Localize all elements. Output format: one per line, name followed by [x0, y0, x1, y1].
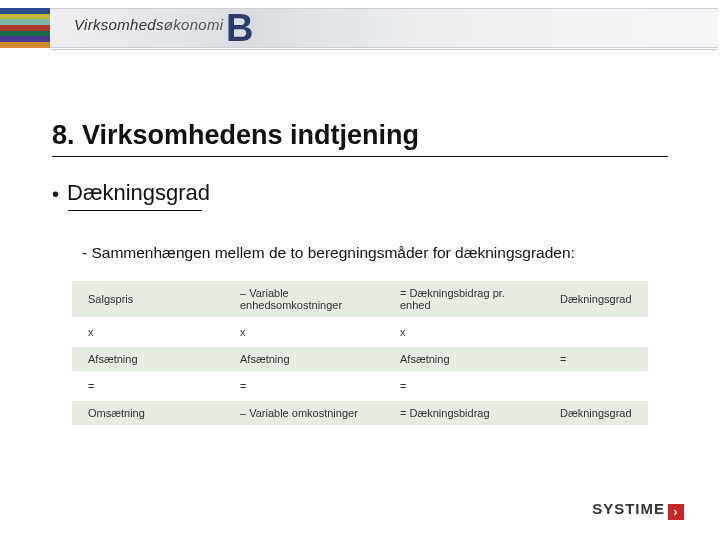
cell: =	[72, 374, 224, 398]
cell: = Dækningsbidrag	[384, 401, 544, 425]
chevron-right-icon: ›	[668, 504, 684, 520]
cell: =	[224, 374, 384, 398]
footer-logo: SYSTIME›	[592, 500, 684, 520]
cell: Afsætning	[72, 347, 224, 371]
brand-level: B	[226, 4, 253, 52]
title-underline	[52, 156, 668, 157]
table-row: Salgspris – Variable enhedsomkostninger …	[72, 281, 648, 317]
cell: Salgspris	[72, 281, 224, 317]
bullet-label: Dækningsgrad	[67, 180, 210, 205]
table-row: Omsætning – Variable omkostninger = Dækn…	[72, 401, 648, 425]
cell: x	[224, 320, 384, 344]
cell: =	[384, 374, 544, 398]
table-row: = = =	[72, 374, 648, 398]
bullet-item: •Dækningsgrad	[52, 180, 210, 206]
cell: Afsætning	[384, 347, 544, 371]
table-row: x x x	[72, 320, 648, 344]
subtext: - Sammenhængen mellem de to beregningsmå…	[82, 244, 575, 262]
table-row: Afsætning Afsætning Afsætning =	[72, 347, 648, 371]
cell: – Variable enhedsomkostninger	[224, 281, 384, 317]
cell: x	[72, 320, 224, 344]
calc-table: Salgspris – Variable enhedsomkostninger …	[72, 278, 648, 428]
slide: Virksomhedsøkonomi B 8. Virksomhedens in…	[0, 0, 720, 540]
cell: Afsætning	[224, 347, 384, 371]
cell: =	[544, 347, 648, 371]
cell: Dækningsgrad	[544, 281, 648, 317]
brand-suffix: økonomi	[164, 16, 224, 33]
cell	[544, 374, 648, 398]
bullet-dot-icon: •	[52, 184, 59, 204]
stripe-decor	[0, 8, 50, 48]
bullet-underline	[68, 210, 202, 211]
banner-underline	[50, 49, 718, 50]
header-banner: Virksomhedsøkonomi B	[0, 4, 720, 52]
cell: Dækningsgrad	[544, 401, 648, 425]
cell: = Dækningsbidrag pr. enhed	[384, 281, 544, 317]
cell	[544, 320, 648, 344]
footer-logo-text: SYSTIME	[592, 500, 665, 517]
brand-text: Virksomhedsøkonomi	[74, 16, 223, 33]
cell: x	[384, 320, 544, 344]
cell: Omsætning	[72, 401, 224, 425]
cell: – Variable omkostninger	[224, 401, 384, 425]
brand-prefix: Virksomheds	[74, 16, 164, 33]
page-title: 8. Virksomhedens indtjening	[52, 120, 419, 151]
